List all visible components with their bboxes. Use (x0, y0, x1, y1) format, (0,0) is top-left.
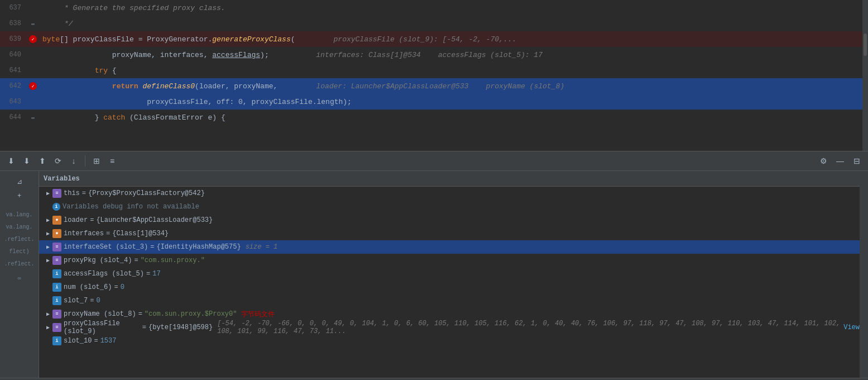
breakpoint-dot-639 (29, 35, 37, 43)
equals-proxypkg: = (134, 256, 138, 264)
var-item-loader[interactable]: ▶ ● loader = {Launcher$AppClassLoader@53… (39, 213, 860, 227)
nav-item-6[interactable]: ∞ (6, 273, 33, 284)
var-item-this[interactable]: ▶ ≡ this = {Proxy$ProxyClassFactory@542} (39, 187, 860, 200)
code-content-638: */ (38, 20, 868, 28)
code-content-637: * Generate the specified proxy class. (38, 4, 868, 12)
code-main: 637 * Generate the specified proxy class… (0, 0, 868, 151)
method-generate: generateProxyClass (212, 35, 290, 44)
icon-slot7: i (52, 296, 61, 305)
code-line-642: 642 return defineClass0(loader, proxyNam… (0, 78, 868, 94)
nav-item-3[interactable]: .reflect. (6, 234, 33, 245)
breakpoint-area-641[interactable] (28, 65, 38, 75)
code-indent-641 (42, 66, 95, 75)
var-item-proxyclassfile[interactable]: ▶ ≡ proxyClassFile (slot_9) = {byte[1948… (39, 321, 860, 334)
expand-interfaces[interactable]: ▶ (44, 229, 52, 238)
nav-item-1[interactable]: va.lang. (6, 209, 33, 220)
nav-item-5[interactable]: .reflect. (6, 258, 33, 269)
breakpoint-area-637[interactable] (28, 3, 38, 13)
filter-button[interactable]: ⊿ (13, 175, 26, 188)
expand-proxyclassfile[interactable]: ▶ (44, 323, 52, 332)
minimize-button[interactable]: — (833, 154, 847, 168)
paren-642: (loader, proxyName, (195, 82, 277, 91)
var-value-accessflags: 17 (152, 270, 160, 278)
code-content-639: byte[] proxyClassFile = ProxyGenerator.g… (38, 35, 868, 44)
code-line-637: 637 * Generate the specified proxy class… (0, 0, 868, 16)
right-scrollbar[interactable] (860, 171, 868, 378)
step-into-button[interactable]: ⬇ (20, 154, 33, 168)
icon-slot10: i (52, 336, 61, 345)
code-content-644: } catch (ClassFormatError e) { (38, 113, 868, 122)
class-proxy-gen: ProxyGenerator (147, 35, 208, 44)
var-item-num[interactable]: ▶ i num (slot_6) = 0 (39, 281, 860, 294)
icon-proxyclassfile: ≡ (52, 323, 61, 332)
code-line-641: 641 try { (0, 63, 868, 78)
breakpoint-area-640[interactable] (28, 50, 38, 60)
var-value-proxypkg: "com.sun.proxy." (141, 256, 205, 264)
line-number-637: 637 (0, 4, 28, 12)
var-item-interfaceset[interactable]: ▶ ≡ interfaceSet (slot_3) = {IdentityHas… (39, 240, 860, 254)
run-to-cursor-button[interactable]: ⟳ (51, 154, 65, 168)
debug-info-text: Variables debug info not available (63, 203, 199, 211)
var-item-slot10[interactable]: ▶ i slot_10 = 1537 (39, 334, 860, 348)
step-out-button[interactable]: ⬆ (36, 154, 49, 168)
code-brace-641: { (108, 66, 117, 75)
icon-num: i (52, 283, 61, 292)
variables-list[interactable]: ▶ ≡ this = {Proxy$ProxyClassFactory@542}… (39, 187, 860, 378)
bookmark-icon-644: ▬ (28, 112, 38, 122)
var-name-proxypkg: proxyPkg (slot_4) (64, 256, 132, 264)
var-name-loader: loader (64, 216, 88, 224)
expand-interfaceset[interactable]: ▶ (44, 243, 52, 251)
expand-proxypkg[interactable]: ▶ (44, 256, 52, 265)
var-item-accessflags[interactable]: ▶ i accessFlags (slot_5) = 17 (39, 267, 860, 281)
kw-catch: catch (103, 113, 125, 122)
code-indent-644 (42, 113, 95, 122)
view-link[interactable]: View (843, 324, 860, 331)
frames-button[interactable]: ⊞ (90, 154, 103, 168)
expand-proxyname[interactable]: ▶ (44, 310, 52, 319)
equals-slot7: = (90, 297, 94, 305)
code-catch-644: (ClassFormatError e) { (125, 113, 225, 122)
breakpoint-area-639[interactable] (28, 34, 38, 44)
var-item-proxyname[interactable]: ▶ ≡ proxyName (slot_8) = "com.sun.proxy.… (39, 307, 860, 321)
line-number-643: 643 (0, 98, 28, 106)
equals-interfaceset: = (150, 243, 154, 251)
breakpoint-area-644[interactable]: ▬ (28, 112, 38, 122)
var-item-interfaces[interactable]: ▶ ● interfaces = {Class[1]@534} (39, 227, 860, 240)
var-item-proxypkg[interactable]: ▶ ≡ proxyPkg (slot_4) = "com.sun.proxy." (39, 254, 860, 267)
nav-item-4[interactable]: flect) (6, 246, 33, 257)
evaluate-button[interactable]: ↓ (67, 154, 80, 168)
var-value-proxyname: "com.sun.proxy.$Proxy0" (145, 310, 237, 318)
equals-proxyclassfile: = (142, 324, 146, 331)
var-item-slot7[interactable]: ▶ i slot_7 = 0 (39, 294, 860, 307)
left-nav: ⊿ + va.lang. va.lang. .reflect. flect) .… (0, 171, 39, 378)
param-hint-642: loader: Launcher$AppClassLoader@533 prox… (299, 82, 564, 91)
expand-this[interactable]: ▶ (44, 189, 52, 198)
equals-loader: = (90, 216, 94, 224)
nav-item-2[interactable]: va.lang. (6, 221, 33, 232)
info-badge: i (52, 203, 60, 211)
kw-return-642: return (112, 82, 138, 91)
breakpoint-area-642[interactable] (28, 81, 38, 91)
code-line-644: 644 ▬ } catch (ClassFormatError e) { (0, 110, 868, 125)
editor-scrollbar[interactable] (862, 0, 868, 151)
add-button[interactable]: + (13, 190, 26, 202)
breakpoint-dot-642 (29, 82, 37, 90)
param-hint-640: interfaces: Class[1]@534 accessFlags (sl… (290, 51, 543, 59)
param-hint-639: proxyClassFile (slot_9): [-54, -2, -70,.… (316, 35, 516, 44)
equals-interfaces: = (106, 230, 110, 238)
threads-button[interactable]: ≡ (105, 154, 119, 168)
kw-try: try (95, 66, 108, 75)
var-debug-info: i Variables debug info not available (39, 200, 860, 213)
step-over-button[interactable]: ⬇ (4, 154, 18, 168)
breakpoint-area-643[interactable] (28, 97, 38, 107)
variables-title: Variables (44, 175, 80, 183)
layout-button[interactable]: ⊟ (850, 154, 864, 168)
editor-scroll-thumb[interactable] (864, 34, 867, 56)
settings-button[interactable]: ⚙ (817, 154, 830, 168)
code-line-640: 640 proxyName, interfaces, accessFlags);… (0, 47, 868, 63)
variables-panel: ⊿ + va.lang. va.lang. .reflect. flect) .… (0, 171, 868, 378)
paren-open: ( (291, 35, 295, 44)
breakpoint-area-638[interactable]: ▬ (28, 18, 38, 28)
expand-loader[interactable]: ▶ (44, 216, 52, 225)
toolbar-separator-1 (85, 155, 85, 167)
